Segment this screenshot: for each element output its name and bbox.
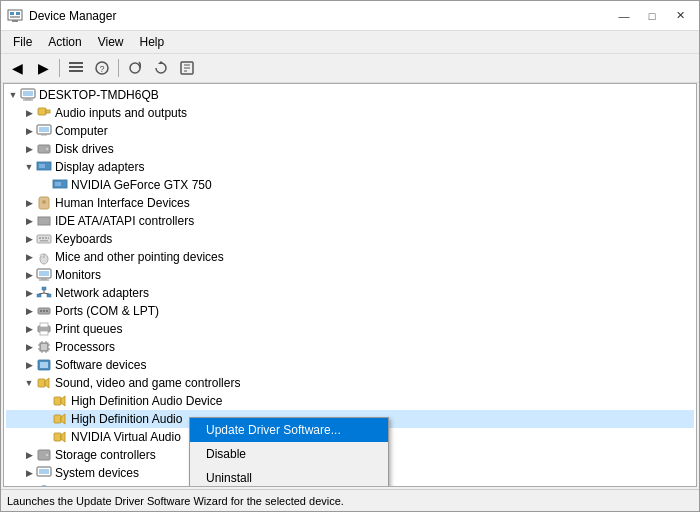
help-button[interactable]: ? [90, 57, 114, 79]
audio-inputs-expand[interactable]: ▶ [22, 106, 36, 120]
print-queues-label: Print queues [55, 322, 122, 336]
menu-action[interactable]: Action [40, 33, 89, 51]
scan-icon [127, 60, 143, 76]
ports-expand[interactable]: ▶ [22, 304, 36, 318]
svg-rect-42 [40, 254, 44, 257]
close-button[interactable]: ✕ [667, 6, 693, 26]
svg-point-56 [46, 310, 48, 312]
menu-file[interactable]: File [5, 33, 40, 51]
svg-rect-76 [54, 415, 61, 423]
usb-expand[interactable]: ▶ [22, 484, 36, 486]
svg-rect-72 [38, 379, 45, 387]
list-button[interactable] [64, 57, 88, 79]
tree-root[interactable]: ▼ DESKTOP-TMDH6QB [6, 86, 694, 104]
tree-item-network[interactable]: ▶ Network adapters [6, 284, 694, 302]
tree-item-keyboards[interactable]: ▶ Keyboards [6, 230, 694, 248]
tree-item-disk-drives[interactable]: ▶ Disk drives [6, 140, 694, 158]
maximize-button[interactable]: □ [639, 6, 665, 26]
tree-item-hid[interactable]: ▶ Human Interface Devices [6, 194, 694, 212]
hd-audio-device-expand [38, 394, 52, 408]
sound-expand[interactable]: ▼ [22, 376, 36, 390]
nvidia-gtx-icon [52, 177, 68, 193]
storage-expand[interactable]: ▶ [22, 448, 36, 462]
scan-button[interactable] [123, 57, 147, 79]
svg-point-26 [45, 147, 49, 151]
back-button[interactable]: ◀ [5, 57, 29, 79]
computer-node-icon [36, 123, 52, 139]
mice-icon [36, 249, 52, 265]
mice-label: Mice and other pointing devices [55, 250, 224, 264]
network-expand[interactable]: ▶ [22, 286, 36, 300]
svg-rect-39 [40, 240, 48, 242]
display-adapters-expand[interactable]: ▼ [22, 160, 36, 174]
svg-rect-44 [39, 271, 49, 276]
sound-label: Sound, video and game controllers [55, 376, 240, 390]
monitors-expand[interactable]: ▶ [22, 268, 36, 282]
tree-item-audio-inputs[interactable]: ▶ Audio inputs and outputs [6, 104, 694, 122]
status-bar: Launches the Update Driver Software Wiza… [1, 489, 699, 511]
keyboards-label: Keyboards [55, 232, 112, 246]
context-menu-uninstall[interactable]: Uninstall [190, 466, 388, 487]
processors-expand[interactable]: ▶ [22, 340, 36, 354]
svg-rect-28 [39, 164, 45, 168]
tree-item-nvidia-gtx[interactable]: NVIDIA GeForce GTX 750 [6, 176, 694, 194]
context-menu-update-driver[interactable]: Update Driver Software... [190, 418, 388, 442]
tree-item-ide[interactable]: ▶ IDE ATA/ATAPI controllers [6, 212, 694, 230]
audio-inputs-label: Audio inputs and outputs [55, 106, 187, 120]
mice-expand[interactable]: ▶ [22, 250, 36, 264]
properties-button[interactable] [175, 57, 199, 79]
status-text: Launches the Update Driver Software Wiza… [7, 495, 344, 507]
svg-point-54 [40, 310, 42, 312]
svg-rect-33 [38, 217, 50, 225]
toolbar-sep1 [59, 59, 60, 77]
tree-item-ports[interactable]: ▶ Ports (COM & LPT) [6, 302, 694, 320]
forward-button[interactable]: ▶ [31, 57, 55, 79]
nvidia-audio-label: NVIDIA Virtual Audio [71, 430, 181, 444]
root-label: DESKTOP-TMDH6QB [39, 88, 159, 102]
root-expand[interactable]: ▼ [6, 88, 20, 102]
print-queues-expand[interactable]: ▶ [22, 322, 36, 336]
tree-item-monitors[interactable]: ▶ Monitors [6, 266, 694, 284]
context-menu-disable[interactable]: Disable [190, 442, 388, 466]
menu-help[interactable]: Help [132, 33, 173, 51]
minimize-button[interactable]: — [611, 6, 637, 26]
software-devices-expand[interactable]: ▶ [22, 358, 36, 372]
ide-icon [36, 213, 52, 229]
print-queues-icon [36, 321, 52, 337]
menu-view[interactable]: View [90, 33, 132, 51]
tree-item-print-queues[interactable]: ▶ Print queues [6, 320, 694, 338]
svg-rect-38 [48, 237, 49, 239]
tree-item-software-devices[interactable]: ▶ Software devices [6, 356, 694, 374]
properties-icon [179, 60, 195, 76]
ide-expand[interactable]: ▶ [22, 214, 36, 228]
hid-expand[interactable]: ▶ [22, 196, 36, 210]
svg-marker-75 [61, 396, 65, 406]
title-bar: Device Manager — □ ✕ [1, 1, 699, 31]
computer-expand[interactable]: ▶ [22, 124, 36, 138]
hd-audio-expand [38, 412, 52, 426]
window-title: Device Manager [29, 9, 116, 23]
tree-item-processors[interactable]: ▶ Processors [6, 338, 694, 356]
system-devices-icon [36, 465, 52, 481]
svg-rect-20 [38, 108, 46, 115]
hd-audio-label: High Definition Audio [71, 412, 182, 426]
svg-rect-61 [41, 344, 47, 350]
disk-drives-label: Disk drives [55, 142, 114, 156]
keyboards-expand[interactable]: ▶ [22, 232, 36, 246]
list-icon [68, 60, 84, 76]
content-area: ▼ DESKTOP-TMDH6QB ▶ [3, 83, 697, 487]
tree-item-hd-audio-device[interactable]: High Definition Audio Device [6, 392, 694, 410]
computer-label: Computer [55, 124, 108, 138]
tree-item-display-adapters[interactable]: ▼ Display adapters [6, 158, 694, 176]
refresh-button[interactable] [149, 57, 173, 79]
svg-point-10 [130, 63, 140, 73]
system-devices-expand[interactable]: ▶ [22, 466, 36, 480]
keyboards-icon [36, 231, 52, 247]
tree-item-mice[interactable]: ▶ Mice and other pointing devices [6, 248, 694, 266]
tree-item-computer[interactable]: ▶ Computer [6, 122, 694, 140]
nvidia-audio-expand [38, 430, 52, 444]
svg-rect-74 [54, 397, 61, 405]
disk-drives-expand[interactable]: ▶ [22, 142, 36, 156]
svg-rect-46 [39, 280, 49, 281]
tree-item-sound[interactable]: ▼ Sound, video and game controllers [6, 374, 694, 392]
